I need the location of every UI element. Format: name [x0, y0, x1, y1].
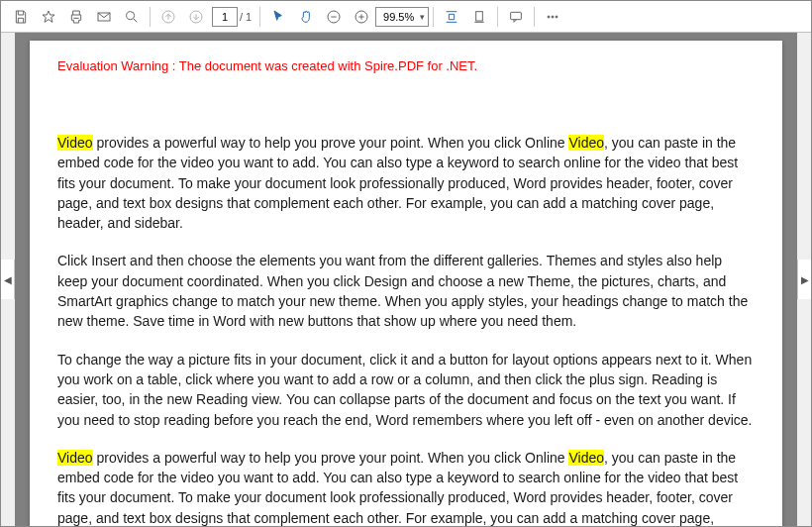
- fit-width-icon[interactable]: [438, 3, 465, 31]
- scroll-area[interactable]: Evaluation Warning : The document was cr…: [15, 33, 797, 526]
- separator: [259, 7, 260, 27]
- page-total-label: / 1: [240, 11, 252, 23]
- zoom-out-icon[interactable]: [320, 3, 348, 31]
- fit-page-icon[interactable]: [465, 3, 493, 31]
- paragraph-3: To change the way a picture fits in your…: [57, 350, 755, 430]
- svg-rect-7: [511, 12, 522, 19]
- hand-icon[interactable]: [292, 3, 320, 31]
- print-icon[interactable]: [62, 3, 90, 31]
- highlight: Video: [568, 450, 604, 466]
- paragraph-4: Video provides a powerful way to help yo…: [57, 448, 755, 526]
- search-icon[interactable]: [118, 3, 146, 31]
- svg-point-9: [552, 16, 554, 18]
- svg-point-10: [556, 16, 558, 18]
- zoom-in-icon[interactable]: [348, 3, 375, 31]
- pointer-icon[interactable]: [264, 3, 292, 31]
- svg-point-1: [127, 11, 135, 19]
- page-number-input[interactable]: [212, 7, 238, 27]
- mail-icon[interactable]: [90, 3, 118, 31]
- page-up-icon[interactable]: [154, 3, 182, 31]
- page-down-icon[interactable]: [182, 3, 210, 31]
- paragraph-2: Click Insert and then choose the element…: [57, 251, 755, 331]
- star-icon[interactable]: [35, 3, 62, 31]
- more-icon[interactable]: [539, 3, 566, 31]
- paragraph-1: Video provides a powerful way to help yo…: [57, 133, 755, 233]
- toolbar: / 1: [1, 1, 811, 33]
- highlight: Video: [568, 135, 604, 151]
- comment-icon[interactable]: [502, 3, 530, 31]
- separator: [433, 7, 434, 27]
- panel-expand-right[interactable]: ▶: [797, 260, 811, 299]
- zoom-input[interactable]: [375, 7, 429, 27]
- document-viewer: ◀ ▶ Evaluation Warning : The document wa…: [1, 33, 811, 526]
- separator: [150, 7, 151, 27]
- svg-point-8: [548, 16, 550, 18]
- svg-rect-6: [476, 11, 483, 20]
- highlight: Video: [57, 135, 93, 151]
- panel-expand-left[interactable]: ◀: [1, 260, 15, 299]
- separator: [534, 7, 535, 27]
- evaluation-warning: Evaluation Warning : The document was cr…: [57, 58, 755, 73]
- highlight: Video: [57, 450, 93, 466]
- separator: [497, 7, 498, 27]
- pdf-page: Evaluation Warning : The document was cr…: [30, 41, 782, 526]
- save-icon[interactable]: [7, 3, 35, 31]
